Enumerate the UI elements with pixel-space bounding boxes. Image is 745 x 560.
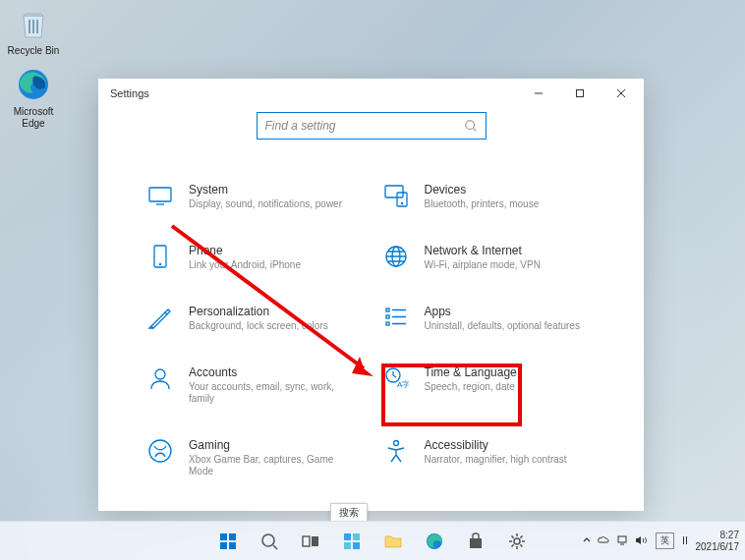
svg-rect-27 [229,542,236,549]
close-button[interactable] [601,80,642,107]
category-desc: Link your Android, iPhone [189,259,301,271]
svg-rect-16 [386,322,389,325]
desktop-icon-recycle-bin[interactable]: Recycle Bin [4,4,63,57]
taskbar-search-button[interactable] [251,524,288,559]
apps-icon [383,305,409,330]
desktop-icon-label: Recycle Bin [4,45,63,57]
gaming-icon [147,438,173,464]
accessibility-icon [383,438,409,464]
svg-point-20 [149,440,171,462]
svg-rect-14 [386,308,389,311]
category-title: Accessibility [425,438,567,452]
svg-rect-32 [353,533,360,540]
svg-rect-26 [220,542,227,549]
category-desc: Speech, region, date [425,381,517,393]
tray-bars-icon [682,533,688,549]
svg-rect-2 [36,20,38,33]
edge-taskbar-button[interactable] [416,524,453,559]
svg-rect-7 [385,186,403,197]
category-title: Apps [425,305,580,318]
svg-point-5 [465,121,474,130]
svg-point-11 [159,263,160,264]
category-desc: Bluetooth, printers, mouse [425,198,540,210]
svg-rect-1 [32,20,34,33]
search-tooltip: 搜索 [330,503,368,523]
system-icon [147,183,173,208]
svg-rect-38 [618,536,626,542]
svg-point-28 [262,534,274,546]
category-apps[interactable]: AppsUninstall, defaults, optional featur… [383,305,596,332]
settings-window: Settings SystemDisplay, sound, notificat… [98,79,644,511]
svg-point-37 [514,538,520,544]
category-accessibility[interactable]: AccessibilityNarrator, magnifier, high c… [383,438,596,477]
svg-rect-0 [29,20,30,33]
category-time-language[interactable]: A字 Time & LanguageSpeech, region, date [383,365,596,405]
category-system[interactable]: SystemDisplay, sound, notifications, pow… [147,183,360,210]
svg-rect-15 [386,315,389,318]
explorer-button[interactable] [374,524,412,559]
svg-rect-30 [312,536,318,546]
svg-rect-25 [229,533,236,540]
category-accounts[interactable]: AccountsYour accounts, email, sync, work… [147,365,360,405]
tray-onedrive-icon[interactable] [597,533,610,549]
tray-chevron-icon[interactable] [582,535,592,547]
phone-icon [147,244,173,269]
svg-point-9 [401,202,402,203]
category-desc: Background, lock screen, colors [189,320,328,332]
svg-rect-33 [344,542,351,549]
category-title: Phone [189,244,301,257]
tray-network-icon[interactable] [615,533,629,549]
category-desc: Uninstall, defaults, optional features [425,320,580,332]
start-button[interactable] [209,524,247,559]
category-devices[interactable]: DevicesBluetooth, printers, mouse [383,183,596,210]
svg-rect-29 [303,536,310,546]
svg-rect-40 [686,536,687,544]
minimize-button[interactable] [518,80,559,107]
tray-volume-icon[interactable] [634,533,648,549]
titlebar: Settings [98,79,644,108]
categories-grid: SystemDisplay, sound, notifications, pow… [98,140,644,477]
recycle-bin-icon [14,4,53,43]
category-desc: Your accounts, email, sync, work, family [189,381,360,405]
search-input-container[interactable] [257,112,487,140]
svg-rect-6 [149,188,171,201]
category-personalization[interactable]: PersonalizationBackground, lock screen, … [147,305,360,332]
tray-time: 8:27 [696,530,740,541]
category-phone[interactable]: PhoneLink your Android, iPhone [147,244,360,271]
window-title: Settings [108,87,149,99]
taskbar-center [209,524,536,559]
category-title: Gaming [189,438,360,452]
taskview-button[interactable] [292,524,329,559]
widgets-button[interactable] [333,524,371,559]
category-network[interactable]: Network & InternetWi-Fi, airplane mode, … [383,244,596,271]
category-title: Network & Internet [425,244,541,257]
personalization-icon [147,305,173,330]
devices-icon [383,183,409,208]
taskbar: 英 8:27 2021/6/17 [0,521,745,560]
system-tray: 英 8:27 2021/6/17 [582,530,740,552]
ime-indicator[interactable]: 英 [656,532,674,549]
category-title: System [189,183,342,196]
store-button[interactable] [457,524,494,559]
category-desc: Narrator, magnifier, high contrast [425,454,567,466]
svg-text:A字: A字 [397,380,409,389]
svg-rect-4 [577,90,584,97]
category-title: Accounts [189,365,360,379]
network-icon [383,244,409,269]
settings-taskbar-button[interactable] [498,524,536,559]
search-icon [464,119,478,133]
maximize-button[interactable] [559,80,601,107]
svg-rect-34 [353,542,360,549]
search-input[interactable] [265,119,464,133]
tray-date: 2021/6/17 [696,541,740,553]
desktop-icon-edge[interactable]: Microsoft Edge [4,65,63,129]
category-title: Personalization [189,305,328,318]
svg-rect-36 [470,538,482,548]
category-gaming[interactable]: GamingXbox Game Bar, captures, Game Mode [147,438,360,477]
edge-icon [14,65,53,104]
svg-point-21 [393,441,398,446]
category-title: Time & Language [425,365,517,379]
accounts-icon [147,365,173,391]
category-title: Devices [425,183,540,196]
tray-clock[interactable]: 8:27 2021/6/17 [696,530,740,552]
